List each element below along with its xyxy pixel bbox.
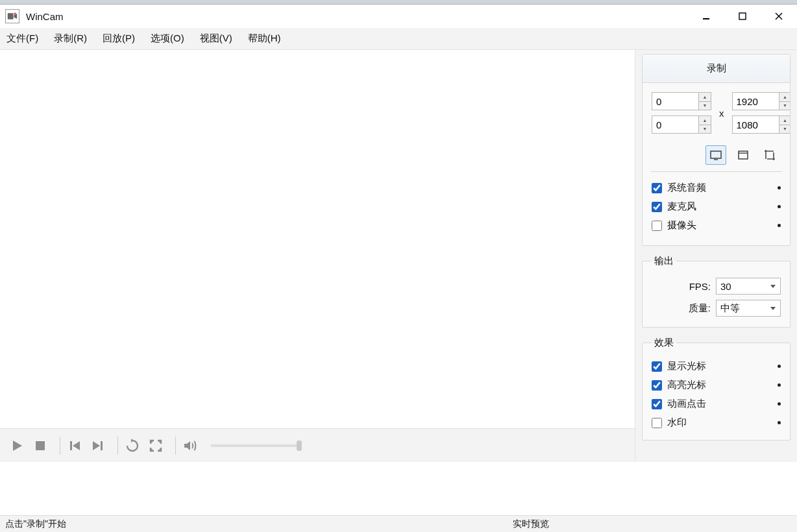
divider [117,437,118,455]
width-input[interactable]: ▲▼ [732,92,791,110]
svg-rect-3 [739,13,746,19]
loop-button[interactable] [123,437,141,455]
checkbox[interactable] [652,202,662,212]
svg-rect-6 [36,441,45,450]
quality-label: 质量: [689,302,711,315]
dim-separator: x [718,108,726,119]
checkbox-show-cursor[interactable]: 显示光标 [652,357,781,376]
preview-area [0,50,635,428]
label: 麦克风 [667,200,696,213]
svg-rect-0 [8,13,14,19]
divider [60,437,60,455]
menu-bar: 文件(F) 录制(R) 回放(P) 选项(O) 视图(V) 帮助(H) [0,28,797,50]
spin-up-icon[interactable]: ▲ [699,93,711,102]
player-bar [0,428,635,462]
svg-rect-7 [70,441,72,450]
fullscreen-button[interactable] [147,437,165,455]
play-button[interactable] [8,437,26,455]
svg-point-1 [14,12,16,14]
status-bar: 点击"录制"开始 实时预览 [0,515,797,532]
divider [175,437,176,455]
fps-label: FPS: [689,281,711,292]
menu-options[interactable]: 选项(O) [151,32,184,45]
svg-rect-9 [711,151,721,158]
label: 系统音频 [667,182,706,194]
volume-icon[interactable] [181,437,199,455]
pos-y-field[interactable] [652,115,698,134]
quality-select[interactable]: 中等 [716,300,781,317]
checkbox[interactable] [652,183,662,193]
pos-y-input[interactable]: ▲▼ [652,115,711,134]
checkbox[interactable] [652,399,662,409]
record-panel: 录制 ▲▼ ▲▼ x ▲▼ ▲▼ [642,54,791,246]
options-dot-icon[interactable] [778,402,781,405]
effects-legend: 效果 [652,337,676,349]
app-title: WinCam [26,11,64,22]
checkbox[interactable] [652,418,662,428]
spin-up-icon[interactable]: ▲ [699,116,711,125]
maximize-button[interactable] [724,5,761,28]
record-tab[interactable]: 录制 [643,54,790,83]
menu-help[interactable]: 帮助(H) [248,32,281,45]
pos-x-input[interactable]: ▲▼ [652,92,711,110]
dimensions-group: ▲▼ ▲▼ x ▲▼ ▲▼ [652,92,781,134]
options-dot-icon[interactable] [778,421,781,424]
close-button[interactable] [761,5,797,28]
sidebar: 录制 ▲▼ ▲▼ x ▲▼ ▲▼ [635,50,797,462]
options-dot-icon[interactable] [778,224,781,227]
minimize-button[interactable] [688,5,724,28]
svg-rect-11 [739,151,748,159]
checkbox[interactable] [652,380,662,391]
menu-file[interactable]: 文件(F) [6,32,38,45]
checkbox-system-audio[interactable]: 系统音频 [652,178,781,197]
quality-value: 中等 [720,302,740,315]
width-field[interactable] [732,92,779,110]
spin-down-icon[interactable]: ▼ [779,102,791,110]
spin-up-icon[interactable]: ▲ [779,116,791,125]
pos-x-field[interactable] [652,92,698,110]
svg-rect-8 [101,441,103,450]
effects-group: 效果 显示光标 高亮光标 动画点击 水印 [642,337,791,441]
mode-window-button[interactable] [733,145,754,165]
height-field[interactable] [732,115,779,134]
checkbox[interactable] [652,221,662,231]
fps-select[interactable]: 30 [716,278,781,295]
fps-value: 30 [720,281,731,292]
volume-thumb[interactable] [297,441,302,451]
checkbox-camera[interactable]: 摄像头 [652,216,781,235]
menu-playback[interactable]: 回放(P) [103,32,135,45]
mode-region-button[interactable] [760,145,781,165]
status-left: 点击"录制"开始 [5,518,66,530]
menu-record[interactable]: 录制(R) [54,32,87,45]
spin-down-icon[interactable]: ▼ [699,125,711,134]
window-top-artifact [0,0,797,5]
checkbox-watermark[interactable]: 水印 [652,413,781,432]
label: 显示光标 [667,360,706,372]
output-group: 输出 FPS:30 质量:中等 [642,255,791,328]
checkbox[interactable] [652,361,662,372]
label: 动画点击 [667,398,706,410]
checkbox-animate-click[interactable]: 动画点击 [652,394,781,413]
menu-view[interactable]: 视图(V) [200,32,232,45]
output-legend: 输出 [652,255,676,267]
options-dot-icon[interactable] [778,186,781,189]
spin-down-icon[interactable]: ▼ [779,125,791,134]
checkbox-microphone[interactable]: 麦克风 [652,197,781,216]
skip-start-button[interactable] [66,437,84,455]
label: 摄像头 [667,219,696,232]
options-dot-icon[interactable] [778,205,781,208]
spin-up-icon[interactable]: ▲ [779,93,791,102]
options-dot-icon[interactable] [778,365,781,368]
app-icon [5,9,19,23]
title-bar: WinCam [0,5,797,28]
separator [650,171,782,172]
options-dot-icon[interactable] [778,383,781,387]
skip-end-button[interactable] [89,437,107,455]
checkbox-highlight-cursor[interactable]: 高亮光标 [652,376,781,394]
stop-button[interactable] [31,437,49,455]
spin-down-icon[interactable]: ▼ [699,102,711,110]
volume-slider[interactable] [211,444,302,447]
status-right: 实时预览 [513,518,549,530]
mode-fullscreen-button[interactable] [705,145,726,165]
height-input[interactable]: ▲▼ [732,115,791,134]
